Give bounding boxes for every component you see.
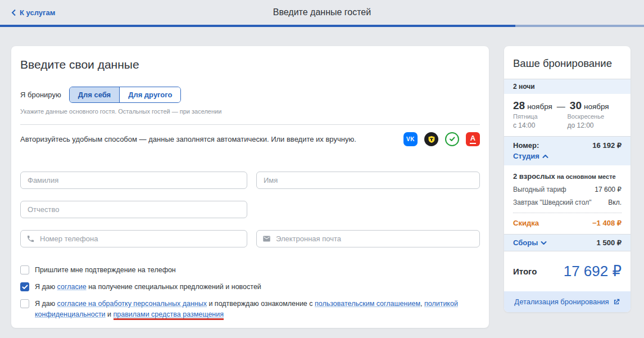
back-link-label: К услугам — [20, 8, 55, 17]
checkin-time: с 14:00 — [513, 121, 568, 129]
chevron-up-icon — [542, 154, 548, 159]
occupancy-line: 2 взрослых на основном месте — [513, 172, 622, 181]
personal-data-checkbox[interactable] — [20, 299, 29, 308]
personal-text-0: Я даю — [35, 300, 57, 308]
checkout-time: до 12:00 — [568, 121, 622, 129]
breakfast-value: Вкл. — [608, 199, 622, 206]
room-price: 16 192 ₽ — [592, 141, 622, 150]
room-name-toggle[interactable]: Студия — [513, 152, 622, 160]
top-bar: К услугам Введите данные гостей — [0, 0, 644, 25]
tariff-section: 2 взрослых на основном месте Выгодный та… — [504, 165, 631, 234]
breakfast-row: Завтрак "Шведский стол" Вкл. — [513, 199, 622, 206]
tariff-value: 17 600 ₽ — [595, 186, 622, 193]
stay-dates: 28 ноября — 30 ноября Пятница с 14:00 Во… — [504, 94, 631, 136]
summary-footer: Детализация бронирования — [504, 291, 631, 312]
form-title: Введите свои данные — [20, 57, 480, 72]
user-agreement-link[interactable]: пользовательским соглашением — [315, 300, 420, 308]
personal-data-consent-link[interactable]: согласие на обработку персональных данны… — [57, 300, 207, 308]
checkout-day: 30 — [570, 100, 582, 112]
discount-value: −1 408 ₽ — [592, 219, 622, 227]
booking-summary-card: Ваше бронирование 2 ночи 28 ноября — 30 … — [504, 46, 631, 312]
email-input[interactable] — [256, 230, 480, 247]
fees-value: 1 500 ₽ — [597, 238, 622, 247]
vk-login-button[interactable]: VK — [403, 132, 418, 146]
accommodation-rules-link[interactable]: правилами средства размещения — [114, 310, 224, 320]
auth-providers: VK А — [403, 132, 480, 146]
section-divider — [20, 124, 480, 125]
personal-text-3: и — [106, 310, 114, 318]
sms-confirm-row: Пришлите мне подтверждение на телефон — [20, 265, 480, 276]
dates-dash: — — [557, 101, 565, 111]
alfa-login-button[interactable]: А — [466, 132, 480, 146]
alfa-icon: А — [466, 132, 480, 146]
checkout-weekday: Воскресенье — [568, 113, 622, 120]
total-value: 17 692 ₽ — [564, 263, 622, 280]
offers-consent-label: Я даю согласие на получение специальных … — [35, 282, 261, 292]
guest-fields — [20, 172, 480, 247]
guest-hint-text: Укажите данные основного гостя. Остальны… — [20, 108, 480, 115]
offers-consent-link[interactable]: согласие — [57, 283, 87, 291]
occupancy-count: 2 взрослых — [513, 172, 555, 181]
dotted-divider — [513, 213, 622, 213]
guest-form-card: Введите свои данные Я бронирую Для себя … — [11, 46, 489, 328]
consent-checkboxes: Пришлите мне подтверждение на телефон Я … — [20, 265, 480, 320]
breakfast-label: Завтрак "Шведский стол" — [513, 199, 591, 206]
booking-for-toggle: Для себя Для другого — [69, 87, 182, 103]
tbank-login-button[interactable] — [424, 132, 438, 146]
back-to-services-link[interactable]: К услугам — [11, 0, 55, 25]
vk-icon: VK — [403, 132, 418, 146]
sber-login-button[interactable] — [445, 132, 459, 146]
nights-count: 2 ночи — [504, 79, 631, 94]
sms-confirm-checkbox[interactable] — [20, 265, 29, 274]
toggle-for-self[interactable]: Для себя — [70, 87, 119, 102]
sms-confirm-label: Пришлите мне подтверждение на телефон — [35, 265, 176, 276]
offers-consent-row: Я даю согласие на получение специальных … — [20, 282, 480, 292]
guest-data-page: К услугам Введите данные гостей Введите … — [0, 0, 644, 338]
offers-text-post: на получение специальных предложений и н… — [87, 283, 261, 291]
personal-text-1: и подтверждаю ознакомление с — [207, 300, 315, 308]
tariff-row: Выгодный тариф 17 600 ₽ — [513, 186, 622, 193]
total-section: Итого 17 692 ₽ — [504, 251, 631, 291]
booking-details-label: Детализация бронирования — [514, 298, 609, 306]
checkin-weekday: Пятница — [513, 113, 568, 120]
external-link-icon — [613, 298, 620, 306]
sber-icon — [445, 132, 459, 146]
toggle-for-other[interactable]: Для другого — [119, 87, 180, 102]
checkin-day: 28 — [513, 100, 525, 112]
room-label: Номер: — [513, 141, 539, 150]
offers-text-pre: Я даю — [35, 283, 57, 291]
fees-label: Сборы — [513, 238, 538, 247]
page-title: Введите данные гостей — [273, 7, 371, 17]
progress-done — [0, 25, 515, 27]
offers-consent-checkbox[interactable] — [20, 282, 29, 291]
chevron-down-icon — [541, 241, 547, 245]
checkin-month: ноября — [527, 102, 552, 111]
booking-for-label: Я бронирую — [20, 91, 61, 99]
last-name-input[interactable] — [20, 172, 247, 189]
booking-summary-title: Ваше бронирование — [504, 46, 631, 79]
progress-rest — [515, 25, 644, 27]
middle-name-input[interactable] — [20, 201, 247, 218]
chevron-left-icon — [11, 9, 16, 16]
occupancy-rest: на основном месте — [555, 173, 616, 180]
room-section: Номер: 16 192 ₽ Студия — [504, 137, 631, 165]
discount-row: Скидка −1 408 ₽ — [513, 219, 622, 227]
tariff-label: Выгодный тариф — [513, 186, 566, 193]
check-icon — [22, 285, 28, 290]
fees-section: Сборы 1 500 ₽ — [504, 235, 631, 251]
booking-details-link[interactable]: Детализация бронирования — [514, 298, 620, 306]
checkout-month: ноября — [584, 102, 609, 111]
phone-input[interactable] — [20, 230, 247, 247]
progress-bar — [0, 25, 644, 27]
auth-prompt-text: Авторизуйтесь удобным способом — данные … — [20, 135, 356, 143]
personal-data-label: Я даю согласие на обработку персональных… — [35, 299, 480, 320]
tbank-icon — [424, 132, 438, 146]
personal-text-2: , — [420, 300, 424, 308]
first-name-input[interactable] — [256, 172, 480, 189]
fees-toggle[interactable]: Сборы — [513, 238, 547, 247]
discount-label: Скидка — [513, 219, 539, 227]
total-label: Итого — [513, 267, 537, 276]
room-name-label: Студия — [513, 152, 539, 160]
personal-data-row: Я даю согласие на обработку персональных… — [20, 299, 480, 320]
